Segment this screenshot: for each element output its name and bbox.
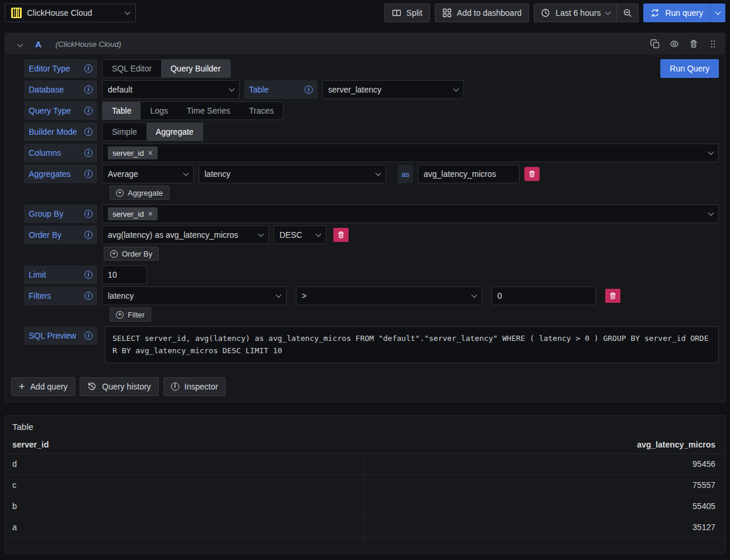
add-order-by-button[interactable]: Order By xyxy=(104,247,159,261)
builder-mode-option-aggregate[interactable]: Aggregate xyxy=(146,123,203,141)
chevron-down-icon xyxy=(708,149,714,155)
info-icon[interactable] xyxy=(84,64,93,73)
query-ref-id: A xyxy=(35,39,42,49)
remove-aggregate-button[interactable] xyxy=(524,167,540,181)
remove-tag-icon[interactable] xyxy=(148,210,152,218)
order-by-direction-select[interactable]: DESC xyxy=(274,226,326,244)
datasource-picker[interactable]: ClickHouse Cloud xyxy=(5,4,136,22)
column-divider xyxy=(364,454,364,545)
cell-server-id: c xyxy=(5,480,364,490)
chevron-down-icon xyxy=(258,231,264,237)
column-header-server-id[interactable]: server_id xyxy=(5,440,364,449)
remove-order-by-button[interactable] xyxy=(333,228,349,242)
info-icon[interactable] xyxy=(84,210,93,218)
clickhouse-logo-icon xyxy=(11,8,22,18)
query-editor-footer: Add query Query history Inspector xyxy=(5,369,725,402)
time-range-button[interactable]: Last 6 hours xyxy=(534,4,616,22)
order-by-expression-select[interactable]: avg(latency) as avg_latency_micros xyxy=(102,226,269,244)
query-type-label: Query Type xyxy=(24,101,97,120)
plus-circle-icon xyxy=(110,250,118,258)
table-row[interactable]: c 75557 xyxy=(5,475,725,496)
editor-type-label: Editor Type xyxy=(24,59,97,78)
run-query-editor-button[interactable]: Run Query xyxy=(660,59,719,78)
split-button[interactable]: Split xyxy=(384,4,430,22)
info-icon[interactable] xyxy=(84,170,93,178)
info-icon[interactable] xyxy=(84,86,93,94)
query-builder-form: Editor Type SQL Editor Query Builder Run… xyxy=(5,54,725,369)
toolbar-actions: Split Add to dashboard Last 6 hours Run … xyxy=(384,4,725,22)
editor-type-option-query-builder[interactable]: Query Builder xyxy=(161,60,230,77)
chevron-down-icon xyxy=(715,9,721,15)
aggregate-alias-input[interactable] xyxy=(418,165,520,183)
table-row[interactable]: a 35127 xyxy=(5,517,725,538)
inspector-button[interactable]: Inspector xyxy=(163,377,226,396)
history-icon xyxy=(87,382,97,391)
aggregates-label: Aggregates xyxy=(24,165,97,183)
plus-icon xyxy=(19,381,25,392)
limit-row: Limit xyxy=(24,265,719,284)
add-query-button[interactable]: Add query xyxy=(11,377,75,396)
info-icon[interactable] xyxy=(84,107,93,115)
column-header-avg-latency-micros[interactable]: avg_latency_micros xyxy=(364,440,725,449)
cell-avg-latency: 55405 xyxy=(364,501,725,511)
run-query-dropdown-button[interactable] xyxy=(710,4,725,22)
query-type-option-table[interactable]: Table xyxy=(103,102,141,119)
remove-tag-icon[interactable] xyxy=(148,149,152,157)
query-type-option-time-series[interactable]: Time Series xyxy=(178,102,240,119)
group-by-multiselect[interactable]: server_id xyxy=(102,204,719,223)
builder-mode-option-simple[interactable]: Simple xyxy=(103,123,146,141)
add-filter-button[interactable]: Filter xyxy=(110,308,151,322)
duplicate-query-icon[interactable] xyxy=(650,39,660,49)
query-type-option-logs[interactable]: Logs xyxy=(141,102,177,119)
info-icon[interactable] xyxy=(84,271,93,279)
collapse-query-icon[interactable] xyxy=(18,41,23,47)
filters-label: Filters xyxy=(24,286,97,305)
cell-server-id: d xyxy=(5,459,364,469)
toggle-visibility-eye-icon[interactable] xyxy=(670,39,679,49)
columns-multiselect[interactable]: server_id xyxy=(102,144,719,162)
columns-selected-tag: server_id xyxy=(108,146,158,159)
delete-query-trash-icon[interactable] xyxy=(689,39,698,49)
table-select[interactable]: server_latency xyxy=(322,80,464,99)
add-aggregate-button[interactable]: Aggregate xyxy=(110,186,169,200)
add-to-dashboard-button[interactable]: Add to dashboard xyxy=(435,4,530,22)
trash-icon xyxy=(528,170,536,178)
database-value: default xyxy=(108,85,132,94)
cell-avg-latency: 95456 xyxy=(364,459,725,469)
filter-value-input[interactable] xyxy=(492,286,596,305)
zoom-out-time-button[interactable] xyxy=(616,4,638,22)
info-icon[interactable] xyxy=(305,86,313,94)
aggregate-function-select[interactable]: Average xyxy=(102,165,194,183)
limit-input[interactable] xyxy=(102,265,147,284)
info-icon[interactable] xyxy=(84,149,93,157)
datasource-picker-label: ClickHouse Cloud xyxy=(27,8,92,18)
aggregate-column-value: latency xyxy=(204,169,230,179)
database-select[interactable]: default xyxy=(102,80,240,99)
as-keyword-label: as xyxy=(398,165,413,183)
info-icon[interactable] xyxy=(84,332,93,340)
run-query-button[interactable]: Run query xyxy=(643,4,710,22)
query-type-option-traces[interactable]: Traces xyxy=(240,102,283,119)
filter-column-select[interactable]: latency xyxy=(102,286,286,305)
table-row[interactable]: b 55405 xyxy=(5,496,725,517)
info-icon[interactable] xyxy=(84,128,93,136)
limit-label: Limit xyxy=(24,265,97,284)
add-order-by-row: Order By xyxy=(24,247,719,261)
editor-type-option-sql-editor[interactable]: SQL Editor xyxy=(103,60,161,77)
info-icon[interactable] xyxy=(84,292,93,300)
chevron-down-icon xyxy=(376,170,381,176)
aggregate-column-select[interactable]: latency xyxy=(199,165,386,183)
order-by-row: Order By avg(latency) as avg_latency_mic… xyxy=(24,226,719,244)
remove-filter-button[interactable] xyxy=(605,289,620,303)
drag-handle-icon[interactable] xyxy=(708,39,718,49)
chevron-down-icon xyxy=(276,292,282,298)
query-history-button[interactable]: Query history xyxy=(80,377,158,396)
trash-icon xyxy=(609,292,617,300)
chevron-down-icon xyxy=(708,210,714,216)
query-type-toggle: Table Logs Time Series Traces xyxy=(102,101,284,120)
filter-operator-select[interactable]: > xyxy=(296,286,482,305)
table-result-panel: Table server_id avg_latency_micros d 954… xyxy=(5,415,725,554)
table-row[interactable]: d 95456 xyxy=(5,454,725,475)
chevron-down-icon xyxy=(472,292,477,298)
info-icon[interactable] xyxy=(84,231,93,239)
